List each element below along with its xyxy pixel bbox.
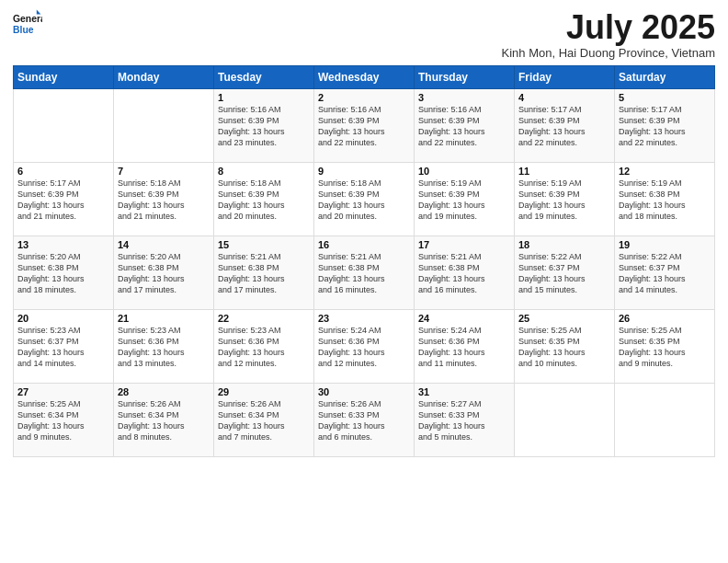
calendar-cell: 2Sunrise: 5:16 AM Sunset: 6:39 PM Daylig… xyxy=(314,88,415,162)
calendar-dow-monday: Monday xyxy=(114,65,214,88)
calendar-cell: 25Sunrise: 5:25 AM Sunset: 6:35 PM Dayli… xyxy=(515,309,615,383)
calendar-cell: 19Sunrise: 5:22 AM Sunset: 6:37 PM Dayli… xyxy=(615,236,715,309)
day-info: Sunrise: 5:20 AM Sunset: 6:38 PM Dayligh… xyxy=(17,251,109,296)
day-info: Sunrise: 5:21 AM Sunset: 6:38 PM Dayligh… xyxy=(418,251,510,296)
day-number: 15 xyxy=(218,239,310,250)
day-info: Sunrise: 5:25 AM Sunset: 6:35 PM Dayligh… xyxy=(518,325,610,370)
day-info: Sunrise: 5:23 AM Sunset: 6:36 PM Dayligh… xyxy=(118,325,210,370)
calendar-table: SundayMondayTuesdayWednesdayThursdayFrid… xyxy=(13,65,715,457)
day-info: Sunrise: 5:16 AM Sunset: 6:39 PM Dayligh… xyxy=(218,104,310,149)
calendar-cell: 14Sunrise: 5:20 AM Sunset: 6:38 PM Dayli… xyxy=(114,236,214,309)
day-number: 23 xyxy=(318,313,410,324)
day-info: Sunrise: 5:18 AM Sunset: 6:39 PM Dayligh… xyxy=(218,178,310,223)
day-info: Sunrise: 5:17 AM Sunset: 6:39 PM Dayligh… xyxy=(17,178,109,223)
day-info: Sunrise: 5:23 AM Sunset: 6:36 PM Dayligh… xyxy=(218,325,310,370)
calendar-cell: 7Sunrise: 5:18 AM Sunset: 6:39 PM Daylig… xyxy=(114,162,214,236)
day-number: 9 xyxy=(318,166,410,177)
day-number: 26 xyxy=(619,313,711,324)
calendar-cell: 30Sunrise: 5:26 AM Sunset: 6:33 PM Dayli… xyxy=(314,383,415,456)
calendar-cell: 27Sunrise: 5:25 AM Sunset: 6:34 PM Dayli… xyxy=(14,383,114,456)
day-number: 22 xyxy=(218,313,310,324)
svg-text:Blue: Blue xyxy=(13,25,34,35)
calendar-cell: 22Sunrise: 5:23 AM Sunset: 6:36 PM Dayli… xyxy=(214,309,314,383)
calendar-cell: 24Sunrise: 5:24 AM Sunset: 6:36 PM Dayli… xyxy=(415,309,515,383)
day-number: 19 xyxy=(619,239,711,250)
calendar-cell xyxy=(615,383,715,456)
day-number: 20 xyxy=(17,313,109,324)
day-info: Sunrise: 5:25 AM Sunset: 6:34 PM Dayligh… xyxy=(17,398,109,443)
day-info: Sunrise: 5:16 AM Sunset: 6:39 PM Dayligh… xyxy=(318,104,410,149)
calendar-cell: 31Sunrise: 5:27 AM Sunset: 6:33 PM Dayli… xyxy=(415,383,515,456)
logo: General Blue xyxy=(13,9,46,39)
day-number: 7 xyxy=(118,166,210,177)
day-info: Sunrise: 5:26 AM Sunset: 6:34 PM Dayligh… xyxy=(218,398,310,443)
generalblue-logo-icon: General Blue xyxy=(13,9,42,39)
calendar-cell: 3Sunrise: 5:16 AM Sunset: 6:39 PM Daylig… xyxy=(415,88,515,162)
calendar-cell: 16Sunrise: 5:21 AM Sunset: 6:38 PM Dayli… xyxy=(314,236,415,309)
calendar-cell: 17Sunrise: 5:21 AM Sunset: 6:38 PM Dayli… xyxy=(415,236,515,309)
day-info: Sunrise: 5:17 AM Sunset: 6:39 PM Dayligh… xyxy=(518,104,610,149)
day-info: Sunrise: 5:26 AM Sunset: 6:34 PM Dayligh… xyxy=(118,398,210,443)
calendar-week-5: 27Sunrise: 5:25 AM Sunset: 6:34 PM Dayli… xyxy=(14,383,715,456)
day-number: 5 xyxy=(619,92,711,103)
day-number: 25 xyxy=(518,313,610,324)
calendar-cell: 18Sunrise: 5:22 AM Sunset: 6:37 PM Dayli… xyxy=(515,236,615,309)
day-number: 1 xyxy=(218,92,310,103)
calendar-dow-wednesday: Wednesday xyxy=(314,65,415,88)
day-info: Sunrise: 5:25 AM Sunset: 6:35 PM Dayligh… xyxy=(619,325,711,370)
day-number: 17 xyxy=(418,239,510,250)
day-number: 12 xyxy=(619,166,711,177)
day-info: Sunrise: 5:22 AM Sunset: 6:37 PM Dayligh… xyxy=(619,251,711,296)
title-block: July 2025 Kinh Mon, Hai Duong Province, … xyxy=(502,9,715,60)
calendar-cell: 9Sunrise: 5:18 AM Sunset: 6:39 PM Daylig… xyxy=(314,162,415,236)
calendar-cell xyxy=(114,88,214,162)
day-number: 14 xyxy=(118,239,210,250)
calendar-cell: 26Sunrise: 5:25 AM Sunset: 6:35 PM Dayli… xyxy=(615,309,715,383)
calendar-cell: 29Sunrise: 5:26 AM Sunset: 6:34 PM Dayli… xyxy=(214,383,314,456)
calendar-dow-friday: Friday xyxy=(515,65,615,88)
calendar-week-1: 1Sunrise: 5:16 AM Sunset: 6:39 PM Daylig… xyxy=(14,88,715,162)
day-number: 8 xyxy=(218,166,310,177)
day-info: Sunrise: 5:20 AM Sunset: 6:38 PM Dayligh… xyxy=(118,251,210,296)
day-number: 10 xyxy=(418,166,510,177)
day-info: Sunrise: 5:22 AM Sunset: 6:37 PM Dayligh… xyxy=(518,251,610,296)
day-info: Sunrise: 5:24 AM Sunset: 6:36 PM Dayligh… xyxy=(418,325,510,370)
day-info: Sunrise: 5:21 AM Sunset: 6:38 PM Dayligh… xyxy=(318,251,410,296)
day-number: 11 xyxy=(518,166,610,177)
day-number: 27 xyxy=(17,386,109,397)
location-subtitle: Kinh Mon, Hai Duong Province, Vietnam xyxy=(502,46,715,60)
day-number: 31 xyxy=(418,386,510,397)
calendar-cell xyxy=(14,88,114,162)
day-info: Sunrise: 5:23 AM Sunset: 6:37 PM Dayligh… xyxy=(17,325,109,370)
calendar-cell: 15Sunrise: 5:21 AM Sunset: 6:38 PM Dayli… xyxy=(214,236,314,309)
calendar-dow-sunday: Sunday xyxy=(14,65,114,88)
day-number: 30 xyxy=(318,386,410,397)
calendar-cell: 28Sunrise: 5:26 AM Sunset: 6:34 PM Dayli… xyxy=(114,383,214,456)
calendar-cell: 23Sunrise: 5:24 AM Sunset: 6:36 PM Dayli… xyxy=(314,309,415,383)
day-number: 4 xyxy=(518,92,610,103)
day-number: 6 xyxy=(17,166,109,177)
calendar-cell: 12Sunrise: 5:19 AM Sunset: 6:38 PM Dayli… xyxy=(615,162,715,236)
day-number: 28 xyxy=(118,386,210,397)
calendar-week-3: 13Sunrise: 5:20 AM Sunset: 6:38 PM Dayli… xyxy=(14,236,715,309)
day-info: Sunrise: 5:26 AM Sunset: 6:33 PM Dayligh… xyxy=(318,398,410,443)
day-number: 13 xyxy=(17,239,109,250)
calendar-cell: 11Sunrise: 5:19 AM Sunset: 6:39 PM Dayli… xyxy=(515,162,615,236)
calendar-cell: 5Sunrise: 5:17 AM Sunset: 6:39 PM Daylig… xyxy=(615,88,715,162)
month-year-title: July 2025 xyxy=(502,9,715,46)
day-info: Sunrise: 5:19 AM Sunset: 6:39 PM Dayligh… xyxy=(418,178,510,223)
calendar-cell: 20Sunrise: 5:23 AM Sunset: 6:37 PM Dayli… xyxy=(14,309,114,383)
calendar-cell xyxy=(515,383,615,456)
page: General Blue July 2025 Kinh Mon, Hai Duo… xyxy=(0,0,728,563)
day-info: Sunrise: 5:18 AM Sunset: 6:39 PM Dayligh… xyxy=(118,178,210,223)
calendar-dow-thursday: Thursday xyxy=(415,65,515,88)
day-info: Sunrise: 5:18 AM Sunset: 6:39 PM Dayligh… xyxy=(318,178,410,223)
calendar-cell: 1Sunrise: 5:16 AM Sunset: 6:39 PM Daylig… xyxy=(214,88,314,162)
day-info: Sunrise: 5:24 AM Sunset: 6:36 PM Dayligh… xyxy=(318,325,410,370)
calendar-dow-saturday: Saturday xyxy=(615,65,715,88)
day-info: Sunrise: 5:19 AM Sunset: 6:38 PM Dayligh… xyxy=(619,178,711,223)
calendar-dow-tuesday: Tuesday xyxy=(214,65,314,88)
calendar-cell: 6Sunrise: 5:17 AM Sunset: 6:39 PM Daylig… xyxy=(14,162,114,236)
calendar-cell: 13Sunrise: 5:20 AM Sunset: 6:38 PM Dayli… xyxy=(14,236,114,309)
calendar-header-row: SundayMondayTuesdayWednesdayThursdayFrid… xyxy=(14,65,715,88)
